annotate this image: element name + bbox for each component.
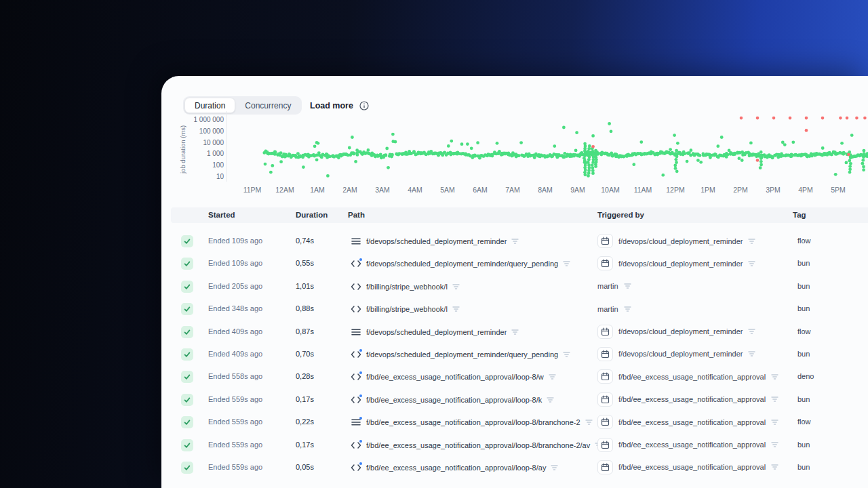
run-path: f/devops/scheduled_deployment_reminder <box>366 328 507 336</box>
run-triggered-by: f/devops/cloud_deployment_reminder <box>618 237 743 245</box>
success-check-icon <box>181 439 193 451</box>
filter-by-path-icon[interactable] <box>547 396 554 403</box>
filter-by-path-icon[interactable] <box>585 419 593 426</box>
filter-by-trigger-icon[interactable] <box>748 350 755 357</box>
run-triggered-by: f/devops/cloud_deployment_reminder <box>618 350 743 358</box>
x-tick-label: 10AM <box>595 186 625 194</box>
x-tick-label: 5PM <box>823 186 853 194</box>
filter-by-trigger-icon[interactable] <box>748 328 755 335</box>
filter-by-path-icon[interactable] <box>551 464 558 471</box>
run-path: f/bd/ee_excess_usage_notification_approv… <box>366 373 544 381</box>
path-kind-icon <box>350 327 361 337</box>
scatter-plot <box>227 111 868 182</box>
run-tag: flow <box>797 237 811 245</box>
filter-by-trigger-icon[interactable] <box>771 419 778 426</box>
table-row[interactable]: Ended 559s ago 0,17s f/bd/ee_excess_usag… <box>171 434 868 456</box>
run-path: f/bd/ee_excess_usage_notification_approv… <box>366 418 580 426</box>
run-path: f/billing/stripe_webhook/l <box>366 305 448 313</box>
x-tick-label: 4PM <box>791 186 821 194</box>
filter-by-trigger-icon[interactable] <box>624 283 631 289</box>
filter-by-path-icon[interactable] <box>563 351 570 358</box>
run-duration: 0,88s <box>296 304 314 312</box>
run-duration: 0,28s <box>296 372 314 380</box>
run-started: Ended 109s ago <box>208 237 262 245</box>
table-row[interactable]: Ended 109s ago 0,55s f/devops/scheduled_… <box>171 252 868 274</box>
x-tick-label: 6AM <box>465 186 495 194</box>
calendar-icon <box>597 460 613 474</box>
info-icon[interactable] <box>359 101 369 110</box>
table-row[interactable]: Ended 559s ago 0,17s f/bd/ee_excess_usag… <box>171 388 868 411</box>
run-tag: bun <box>797 259 810 267</box>
table-row[interactable]: Ended 558s ago 0,28s f/bd/ee_excess_usag… <box>171 365 868 388</box>
table-row[interactable]: Ended 205s ago 1,01s f/billing/stripe_we… <box>171 275 868 298</box>
filter-by-path-icon[interactable] <box>511 329 519 336</box>
column-header-duration: Duration <box>296 211 328 219</box>
x-tick-label: 11AM <box>628 186 658 194</box>
x-tick-label: 8AM <box>530 186 560 194</box>
load-more-button[interactable]: Load more <box>310 101 353 110</box>
table-row[interactable]: Ended 348s ago 0,88s f/billing/stripe_we… <box>171 298 868 320</box>
filter-by-trigger-icon[interactable] <box>771 441 778 448</box>
path-kind-icon <box>350 282 361 291</box>
table-row[interactable]: Ended 559s ago 0,22s f/bd/ee_excess_usag… <box>171 411 868 433</box>
x-tick-label: 12AM <box>270 186 300 194</box>
notification-dot <box>359 258 362 261</box>
calendar-icon <box>597 347 613 361</box>
filter-by-trigger-icon[interactable] <box>771 464 778 470</box>
table-row[interactable]: Ended 559s ago 0,05s f/bd/ee_excess_usag… <box>171 456 868 479</box>
run-started: Ended 409s ago <box>208 350 262 358</box>
plot-area <box>226 111 868 182</box>
filter-by-trigger-icon[interactable] <box>624 306 631 312</box>
success-check-icon <box>181 462 193 474</box>
filter-by-path-icon[interactable] <box>452 283 460 290</box>
column-header-triggered-by: Triggered by <box>597 211 644 219</box>
run-started: Ended 348s ago <box>208 304 262 312</box>
table-row[interactable]: Ended 109s ago 0,74s f/devops/scheduled_… <box>171 230 868 252</box>
filter-by-trigger-icon[interactable] <box>748 238 755 245</box>
filter-by-path-icon[interactable] <box>452 306 460 312</box>
run-triggered-by: f/bd/ee_excess_usage_notification_approv… <box>618 441 766 449</box>
notification-dot <box>359 349 362 352</box>
calendar-icon <box>597 415 613 429</box>
table-row[interactable]: Ended 409s ago 0,70s f/devops/scheduled_… <box>171 343 868 365</box>
path-kind-icon <box>350 441 361 450</box>
calendar-icon <box>597 392 613 407</box>
run-duration: 0,17s <box>296 441 314 449</box>
run-duration: 0,05s <box>296 463 314 471</box>
success-check-icon <box>181 235 193 247</box>
success-check-icon <box>181 326 193 338</box>
y-tick-label: 10 <box>184 173 224 181</box>
calendar-icon <box>597 438 613 452</box>
column-header-tag: Tag <box>793 211 806 219</box>
calendar-icon <box>597 234 613 248</box>
run-tag: bun <box>797 282 810 290</box>
success-check-icon <box>181 258 193 270</box>
success-check-icon <box>181 348 193 361</box>
x-tick-label: 2PM <box>726 186 755 194</box>
filter-by-trigger-icon[interactable] <box>771 396 778 403</box>
x-tick-label: 7AM <box>498 186 528 194</box>
x-tick-label: 4AM <box>400 186 430 194</box>
table-header: Started Duration Path Triggered by Tag <box>171 207 868 223</box>
notification-dot <box>359 440 362 443</box>
filter-by-path-icon[interactable] <box>511 238 519 245</box>
run-started: Ended 558s ago <box>208 372 262 380</box>
x-tick-label: 3AM <box>368 186 397 194</box>
run-tag: bun <box>797 304 810 312</box>
x-tick-label: 1AM <box>302 186 332 194</box>
success-check-icon <box>181 394 193 406</box>
y-tick-label: 1 000 <box>184 150 224 158</box>
table-row[interactable]: Ended 409s ago 0,87s f/devops/scheduled_… <box>171 321 868 343</box>
filter-by-path-icon[interactable] <box>549 373 556 380</box>
path-kind-icon <box>350 463 361 472</box>
filter-by-path-icon[interactable] <box>563 260 570 267</box>
run-tag: flow <box>797 418 811 426</box>
success-check-icon <box>181 303 193 315</box>
filter-by-trigger-icon[interactable] <box>748 260 755 267</box>
run-triggered-by: f/bd/ee_excess_usage_notification_approv… <box>618 373 766 381</box>
success-check-icon <box>181 281 193 293</box>
run-triggered-by: martin <box>597 305 618 313</box>
x-tick-label: 11PM <box>237 186 267 194</box>
run-started: Ended 109s ago <box>208 259 262 267</box>
filter-by-trigger-icon[interactable] <box>771 373 778 380</box>
